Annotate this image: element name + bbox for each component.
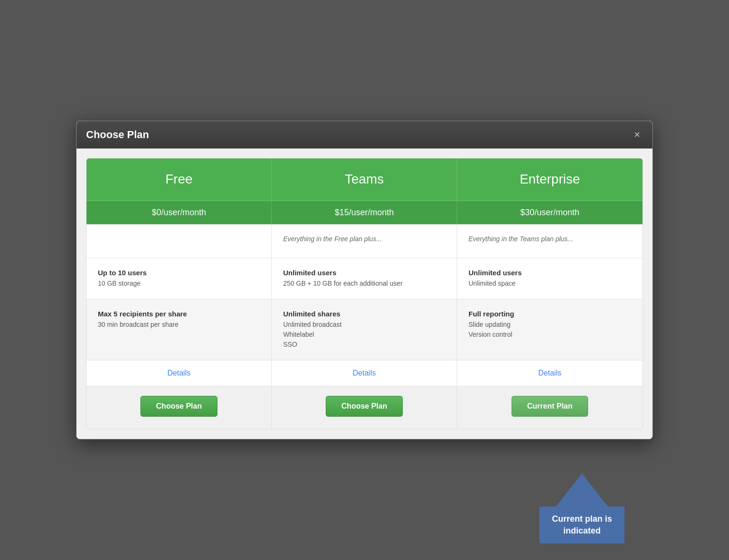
extra-label-row: Everything in the Free plan plus... Ever… bbox=[87, 224, 642, 258]
plan-name-enterprise: Enterprise bbox=[457, 158, 642, 200]
price-teams: $15/user/month bbox=[272, 201, 457, 224]
feature1-teams: Unlimited users 250 GB + 10 GB for each … bbox=[272, 258, 457, 299]
buttons-row: Choose Plan Choose Plan Current Plan bbox=[87, 386, 642, 429]
details-row: Details Details Details bbox=[87, 360, 642, 386]
plan-name-teams: Teams bbox=[272, 158, 457, 200]
price-enterprise: $30/user/month bbox=[457, 201, 642, 224]
close-button[interactable]: × bbox=[631, 129, 643, 141]
feature1-free: Up to 10 users 10 GB storage bbox=[87, 258, 272, 299]
feature-row-2: Max 5 recipients per share 30 min broadc… bbox=[87, 299, 642, 360]
annotation-text: Current plan is indicated bbox=[539, 507, 625, 543]
details-cell-free: Details bbox=[87, 360, 272, 386]
button-cell-free: Choose Plan bbox=[87, 386, 272, 429]
current-plan-enterprise-button[interactable]: Current Plan bbox=[512, 396, 588, 417]
choose-plan-free-button[interactable]: Choose Plan bbox=[140, 396, 217, 417]
arrow-up-icon bbox=[556, 473, 608, 507]
details-cell-teams: Details bbox=[272, 360, 457, 386]
extra-label-free bbox=[87, 225, 272, 258]
button-cell-enterprise: Current Plan bbox=[457, 386, 642, 429]
button-cell-teams: Choose Plan bbox=[272, 386, 457, 429]
feature2-enterprise: Full reporting Slide updating Version co… bbox=[457, 299, 642, 360]
plans-container: Free Teams Enterprise $0/user/month $15/… bbox=[86, 158, 643, 429]
feature-row-1: Up to 10 users 10 GB storage Unlimited u… bbox=[87, 258, 642, 299]
annotation-wrapper: Current plan is indicated bbox=[539, 473, 625, 543]
extra-label-enterprise: Everything in the Teams plan plus... bbox=[457, 225, 642, 258]
details-link-teams[interactable]: Details bbox=[353, 369, 376, 377]
details-cell-enterprise: Details bbox=[457, 360, 642, 386]
choose-plan-teams-button[interactable]: Choose Plan bbox=[326, 396, 403, 417]
feature2-teams: Unlimited shares Unlimited broadcast Whi… bbox=[272, 299, 457, 360]
modal-overlay: Choose Plan × Free Teams Enterprise $0/u… bbox=[76, 121, 653, 439]
modal-body: Free Teams Enterprise $0/user/month $15/… bbox=[77, 149, 652, 439]
details-link-enterprise[interactable]: Details bbox=[538, 369, 562, 377]
plan-header-row: Free Teams Enterprise bbox=[87, 158, 642, 200]
plan-price-row: $0/user/month $15/user/month $30/user/mo… bbox=[87, 200, 642, 224]
feature2-free: Max 5 recipients per share 30 min broadc… bbox=[87, 299, 272, 360]
modal-title: Choose Plan bbox=[86, 129, 149, 141]
details-link-free[interactable]: Details bbox=[167, 369, 191, 377]
plan-name-free: Free bbox=[87, 158, 272, 200]
modal-header: Choose Plan × bbox=[77, 121, 652, 149]
choose-plan-modal: Choose Plan × Free Teams Enterprise $0/u… bbox=[76, 121, 653, 439]
feature1-enterprise: Unlimited users Unlimited space bbox=[457, 258, 642, 299]
price-free: $0/user/month bbox=[87, 201, 272, 224]
extra-label-teams: Everything in the Free plan plus... bbox=[272, 225, 457, 258]
